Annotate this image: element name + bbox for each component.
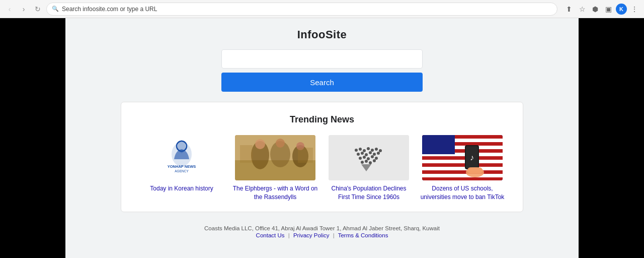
address-bar[interactable]: 🔍 Search infoosite.com or type a URL [46,3,557,16]
left-panel [0,18,65,258]
footer-sep-1: | [288,232,290,238]
footer-link-contact[interactable]: Contact Us [256,232,285,238]
trending-title: Trending News [131,114,513,125]
svg-point-37 [373,159,376,162]
news-card-china-population[interactable]: China's Population Declines First Time S… [326,135,412,202]
news-link-china-population[interactable]: China's Population Declines First Time S… [326,184,412,202]
svg-rect-14 [298,148,313,163]
news-image-china-population [329,135,409,180]
svg-text:♪: ♪ [470,153,474,162]
footer-links: Contact Us | Privacy Policy | Terms & Co… [65,232,579,238]
svg-point-16 [355,149,358,152]
svg-rect-43 [422,156,503,160]
news-card-elphbergs[interactable]: The Elphbergs - with a Word on the Rasse… [232,135,318,202]
svg-point-21 [375,148,378,151]
site-title: InfooSite [297,28,347,41]
svg-point-31 [367,157,370,160]
bookmark-button[interactable]: ☆ [577,4,588,15]
footer-company: Coasts Media LLC, Office 41, Abraj Al Aw… [65,225,579,231]
search-input-wrapper [221,49,423,69]
news-grid: YONHAP NEWS AGENCY Today in Korean histo… [131,135,513,202]
svg-point-33 [375,157,378,160]
svg-point-22 [379,149,382,152]
svg-point-10 [276,139,285,148]
footer: Coasts Media LLC, Office 41, Abraj Al Aw… [65,220,579,244]
back-button[interactable]: ‹ [4,4,15,15]
footer-link-privacy[interactable]: Privacy Policy [293,232,330,238]
svg-point-34 [361,161,364,164]
share-button[interactable]: ⬆ [564,4,575,15]
svg-text:YONHAP NEWS: YONHAP NEWS [168,164,196,169]
svg-point-29 [359,157,362,160]
svg-point-19 [367,147,370,150]
svg-rect-46 [422,177,503,180]
svg-point-30 [363,156,366,159]
right-panel [579,18,644,258]
svg-point-36 [369,161,372,164]
menu-button[interactable]: ⋮ [629,4,640,15]
svg-rect-53 [422,135,455,154]
svg-rect-13 [240,145,253,163]
svg-point-28 [377,152,380,155]
svg-rect-45 [422,170,503,174]
news-link-elphbergs[interactable]: The Elphbergs - with a Word on the Rasse… [232,184,318,202]
footer-sep-2: | [333,232,335,238]
avatar[interactable]: K [616,4,627,15]
svg-point-23 [357,153,360,156]
svg-point-24 [361,152,364,155]
svg-rect-44 [422,163,503,167]
search-input[interactable] [221,49,423,69]
search-button[interactable]: Search [221,73,423,92]
svg-rect-50 [422,160,503,163]
svg-point-20 [371,149,374,152]
news-card-korean-history[interactable]: YONHAP NEWS AGENCY Today in Korean histo… [139,135,224,202]
svg-rect-58 [467,167,482,173]
svg-point-26 [369,151,372,154]
footer-link-terms[interactable]: Terms & Conditions [338,232,388,238]
news-image-korean-history: YONHAP NEWS AGENCY [141,135,222,180]
news-link-korean-history[interactable]: Today in Korean history [150,184,213,193]
browser-actions: ⬆ ☆ ⬢ ▣ K ⋮ [564,4,640,15]
news-link-tiktok[interactable]: Dozens of US schools, universities move … [420,184,505,202]
news-image-elphbergs [235,135,315,180]
tab-button[interactable]: ▣ [603,4,614,15]
reload-button[interactable]: ↻ [32,4,43,15]
svg-point-25 [365,153,368,156]
browser-chrome: ‹ › ↻ 🔍 Search infoosite.com or type a U… [0,0,644,18]
search-icon: 🔍 [52,6,59,12]
svg-point-35 [365,160,368,163]
trending-section: Trending News YO [121,102,523,212]
news-card-tiktok[interactable]: ♪ Dozens of US schools, universities mov… [420,135,505,202]
svg-point-27 [373,153,376,156]
svg-point-18 [363,149,366,152]
svg-point-32 [371,155,374,158]
svg-text:AGENCY: AGENCY [175,169,189,173]
address-bar-text: Search infoosite.com or type a URL [62,6,157,13]
main-content: InfooSite Search Trending News [65,18,579,258]
svg-rect-51 [422,167,503,170]
extensions-button[interactable]: ⬢ [590,4,601,15]
forward-button[interactable]: › [18,4,29,15]
svg-point-8 [255,139,265,149]
page-wrapper: InfooSite Search Trending News [0,18,644,258]
news-image-tiktok: ♪ [422,135,503,180]
search-area: Search [65,49,579,92]
svg-rect-52 [422,174,503,177]
svg-point-17 [359,148,362,151]
